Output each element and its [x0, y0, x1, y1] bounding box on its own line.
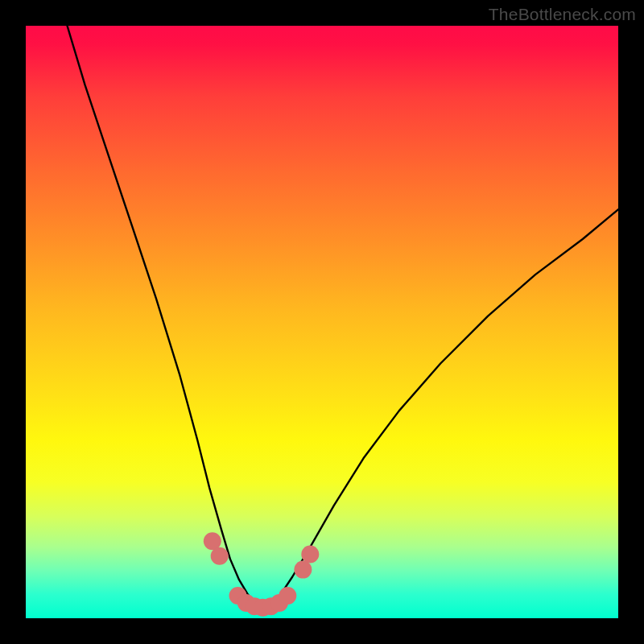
highlight-bead	[279, 587, 296, 605]
highlight-bead	[211, 547, 229, 565]
highlight-bead	[301, 546, 319, 564]
left-curve	[68, 26, 263, 609]
curve-layer	[26, 26, 618, 618]
plot-area	[26, 26, 618, 618]
highlight-bead	[294, 561, 312, 579]
chart-frame: TheBottleneck.com	[0, 0, 644, 644]
watermark-text: TheBottleneck.com	[489, 5, 636, 24]
